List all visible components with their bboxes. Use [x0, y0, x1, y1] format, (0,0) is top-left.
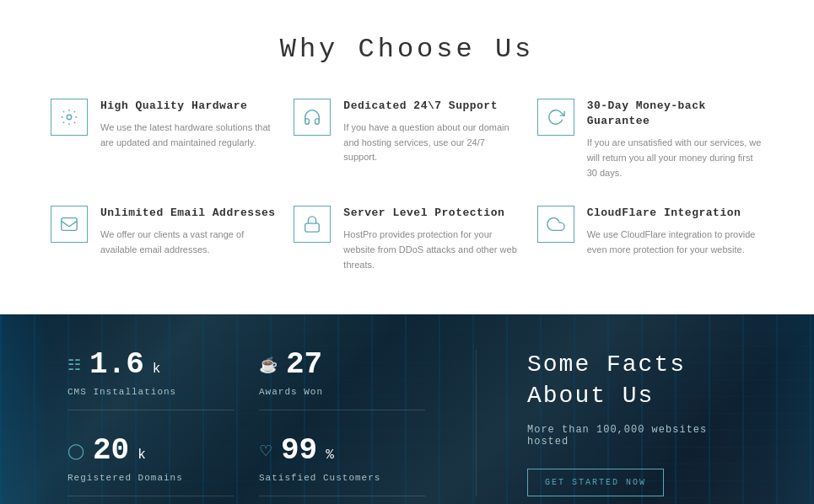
cloudflare-icon-box	[537, 206, 574, 243]
cms-unit: k	[153, 362, 161, 377]
feature-hardware: High Quality Hardware We use the latest …	[51, 99, 277, 180]
email-icon-box	[51, 206, 88, 243]
stat-domains: ◯ 20 k Registered Domains	[67, 436, 234, 496]
email-desc: We offer our clients a vast range of ava…	[100, 228, 277, 257]
customers-label: Satisfied Customers	[259, 473, 380, 483]
protection-content: Server Level Protection HostPro provides…	[343, 206, 520, 272]
facts-title: Some Facts About Us	[527, 350, 747, 411]
feature-protection: Server Level Protection HostPro provides…	[294, 206, 520, 272]
moneyback-desc: If you are unsatisfied with our services…	[587, 136, 763, 180]
support-content: Dedicated 24\7 Support If you have a que…	[343, 99, 520, 165]
moneyback-title: 30-Day Money-back Guarantee	[587, 99, 763, 129]
domains-number: 20	[93, 436, 129, 466]
facts-right-panel: Some Facts About Us More than 100,000 we…	[477, 350, 747, 496]
globe-icon: ◯	[67, 442, 84, 460]
cms-number: 1.6	[89, 350, 144, 380]
layers-icon: ☷	[67, 356, 81, 374]
stat-customers: ♡ 99 % Satisfied Customers	[259, 436, 425, 496]
customers-number-row: ♡ 99 %	[259, 436, 334, 466]
hardware-content: High Quality Hardware We use the latest …	[100, 99, 277, 150]
support-desc: If you have a question about our domain …	[343, 121, 520, 165]
customers-number: 99	[281, 436, 317, 466]
features-grid: High Quality Hardware We use the latest …	[51, 99, 763, 272]
protection-icon-box	[294, 206, 331, 243]
awards-number-row: ☕ 27	[259, 350, 331, 380]
cloudflare-desc: We use CloudFlare integration to provide…	[587, 228, 763, 257]
trophy-icon: ☕	[259, 356, 278, 374]
support-icon-box	[294, 99, 331, 136]
hardware-title: High Quality Hardware	[100, 99, 277, 114]
facts-section: ☷ 1.6 k CMS Installations ☕ 27 Awards Wo…	[0, 314, 814, 504]
domains-number-row: ◯ 20 k	[67, 436, 146, 466]
protection-title: Server Level Protection	[343, 206, 520, 221]
customers-unit: %	[326, 448, 334, 463]
feature-moneyback: 30-Day Money-back Guarantee If you are u…	[537, 99, 763, 180]
get-started-button[interactable]: GET STARTED NOW	[527, 469, 664, 496]
svg-point-0	[67, 115, 72, 120]
gear-icon	[60, 108, 78, 126]
hardware-icon-box	[51, 99, 88, 136]
cloud-icon	[547, 215, 565, 233]
stat-awards: ☕ 27 Awards Won	[259, 350, 425, 410]
svg-rect-1	[62, 218, 77, 231]
domains-label: Registered Domains	[67, 473, 183, 483]
feature-cloudflare: CloudFlare Integration We use CloudFlare…	[537, 206, 763, 272]
why-choose-us-section: Why Choose Us High Quality Hardware We u…	[0, 0, 814, 314]
why-title: Why Choose Us	[51, 34, 763, 65]
lock-icon	[303, 215, 321, 233]
support-title: Dedicated 24\7 Support	[343, 99, 520, 114]
email-icon	[60, 215, 78, 233]
domains-unit: k	[137, 448, 146, 463]
awards-label: Awards Won	[259, 387, 323, 397]
awards-number: 27	[286, 350, 322, 380]
refresh-icon	[547, 108, 565, 126]
email-content: Unlimited Email Addresses We offer our c…	[100, 206, 277, 257]
cloudflare-content: CloudFlare Integration We use CloudFlare…	[587, 206, 763, 257]
cms-number-row: ☷ 1.6 k	[67, 350, 160, 380]
headset-icon	[303, 108, 321, 126]
protection-desc: HostPro provides protection for your web…	[343, 228, 520, 272]
hardware-desc: We use the latest hardware solutions tha…	[100, 121, 277, 150]
stats-grid: ☷ 1.6 k CMS Installations ☕ 27 Awards Wo…	[67, 350, 477, 496]
stat-cms: ☷ 1.6 k CMS Installations	[67, 350, 234, 410]
moneyback-content: 30-Day Money-back Guarantee If you are u…	[587, 99, 763, 180]
cms-label: CMS Installations	[67, 387, 176, 397]
feature-support: Dedicated 24\7 Support If you have a que…	[294, 99, 520, 180]
svg-rect-2	[305, 223, 320, 232]
cloudflare-title: CloudFlare Integration	[587, 206, 763, 221]
moneyback-icon-box	[537, 99, 574, 136]
facts-content: ☷ 1.6 k CMS Installations ☕ 27 Awards Wo…	[0, 316, 814, 504]
email-title: Unlimited Email Addresses	[100, 206, 277, 221]
facts-subtitle: More than 100,000 websites hosted	[527, 424, 747, 448]
feature-email: Unlimited Email Addresses We offer our c…	[51, 206, 277, 272]
heart-icon: ♡	[259, 442, 272, 460]
